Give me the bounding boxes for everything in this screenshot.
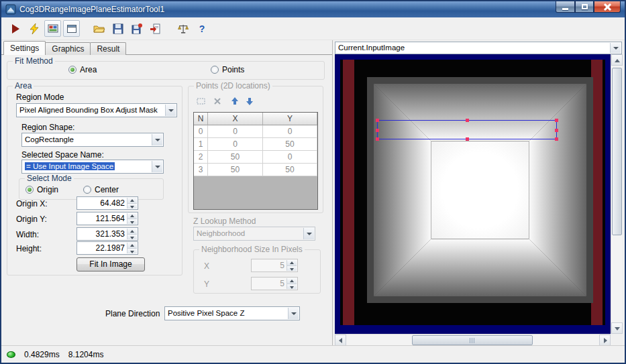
handle-top-mid[interactable] [466, 119, 469, 122]
neighborhood-y-stepper[interactable]: 5 [251, 277, 298, 290]
selected-space-dropdown-button[interactable] [152, 161, 162, 172]
neighborhood-x-spin-buttons[interactable] [286, 260, 297, 271]
spin-up-icon[interactable] [127, 243, 137, 249]
cell-x[interactable]: 0 [208, 125, 263, 138]
spin-down-icon[interactable] [287, 284, 297, 290]
z-lookup-dropdown-button[interactable] [303, 228, 314, 239]
height-stepper[interactable]: 22.1987 [76, 241, 138, 255]
spin-down-icon[interactable] [127, 204, 137, 209]
close-button[interactable] [594, 1, 621, 13]
spin-down-icon[interactable] [127, 235, 137, 240]
help-button[interactable]: ? [193, 20, 210, 37]
cell-y[interactable]: 50 [263, 138, 317, 151]
width-value[interactable]: 321.353 [79, 228, 125, 240]
plane-direction-dropdown-button[interactable] [288, 308, 299, 319]
horizontal-scroll-thumb[interactable] [412, 335, 533, 345]
cell-y[interactable]: 50 [263, 164, 317, 176]
handle-mid-left[interactable] [376, 129, 379, 132]
neighborhood-x-value[interactable]: 5 [253, 259, 284, 271]
width-stepper[interactable]: 321.353 [76, 227, 138, 241]
move-up-button[interactable] [228, 95, 242, 107]
spin-down-icon[interactable] [127, 219, 137, 225]
cell-n[interactable]: 1 [194, 138, 208, 151]
column-header-n[interactable]: N [194, 113, 208, 125]
show-image-button[interactable] [44, 20, 61, 37]
spin-up-icon[interactable] [127, 213, 137, 219]
cell-n[interactable]: 0 [194, 125, 208, 138]
delete-point-button[interactable] [211, 95, 224, 107]
radio-center[interactable]: Center [83, 185, 119, 194]
region-shape-select[interactable]: CogRectangle [21, 133, 164, 147]
region-mode-dropdown-button[interactable] [165, 105, 176, 116]
image-viewport[interactable] [335, 54, 611, 334]
origin-x-value[interactable]: 64.482 [79, 197, 125, 209]
spin-up-icon[interactable] [287, 260, 297, 266]
spin-up-icon[interactable] [287, 278, 297, 284]
cell-n[interactable]: 2 [194, 151, 208, 164]
add-point-button[interactable] [195, 95, 208, 107]
spin-down-icon[interactable] [287, 266, 297, 271]
save-image-button[interactable] [128, 20, 145, 37]
origin-y-stepper[interactable]: 121.564 [76, 212, 138, 225]
handle-top-left[interactable] [376, 119, 379, 122]
vertical-scrollbar[interactable] [611, 54, 622, 334]
float-window-button[interactable] [63, 20, 80, 37]
cell-x[interactable]: 50 [208, 164, 263, 176]
tab-result[interactable]: Result [90, 42, 126, 55]
titlebar[interactable]: Cog3DRangeImagePlaneEstimatorTool1 [1, 1, 625, 17]
height-value[interactable]: 22.1987 [79, 242, 125, 254]
origin-x-spin-buttons[interactable] [127, 198, 137, 208]
handle-bottom-right[interactable] [555, 137, 558, 141]
open-file-button[interactable] [91, 20, 107, 37]
region-selection-rect[interactable] [377, 120, 557, 139]
origin-y-value[interactable]: 121.564 [79, 213, 125, 225]
spin-up-icon[interactable] [127, 198, 137, 204]
table-row[interactable]: 2 50 0 [194, 151, 317, 164]
table-row[interactable]: 0 0 0 [194, 125, 317, 138]
handle-top-right[interactable] [555, 119, 558, 122]
scroll-up-button[interactable] [611, 54, 623, 66]
plane-direction-select[interactable]: Positive Pixel Space Z [164, 306, 300, 320]
height-spin-buttons[interactable] [127, 243, 137, 253]
neighborhood-x-stepper[interactable]: 5 [251, 259, 298, 272]
region-mode-select[interactable]: Pixel Aligned Bounding Box Adjust Mask [16, 103, 177, 117]
minimize-button[interactable] [556, 1, 575, 13]
radio-points[interactable]: Points [211, 65, 244, 74]
column-header-y[interactable]: Y [263, 113, 317, 125]
handle-mid-right[interactable] [555, 129, 558, 132]
column-header-x[interactable]: X [208, 113, 263, 125]
fit-in-image-button[interactable]: Fit In Image [76, 257, 145, 271]
cell-n[interactable]: 3 [194, 164, 208, 176]
cell-x[interactable]: 50 [208, 151, 263, 164]
handle-bottom-mid[interactable] [466, 137, 469, 141]
spin-up-icon[interactable] [127, 229, 137, 235]
table-row[interactable]: 1 0 50 [194, 138, 317, 151]
points-table[interactable]: N X Y 0 0 0 1 0 50 2 [193, 112, 318, 210]
import-button[interactable] [147, 20, 164, 37]
tab-graphics[interactable]: Graphics [45, 42, 91, 55]
cell-y[interactable]: 0 [263, 125, 317, 138]
handle-bottom-left[interactable] [376, 137, 379, 141]
width-spin-buttons[interactable] [127, 229, 137, 239]
spin-down-icon[interactable] [127, 249, 137, 254]
move-down-button[interactable] [243, 95, 256, 107]
maximize-button[interactable] [575, 1, 594, 13]
neighborhood-y-value[interactable]: 5 [253, 278, 284, 290]
origin-x-stepper[interactable]: 64.482 [76, 196, 138, 210]
cell-x[interactable]: 0 [208, 138, 263, 151]
live-run-button[interactable] [25, 20, 42, 37]
vertical-scroll-thumb[interactable] [612, 68, 622, 235]
tab-settings[interactable]: Settings [3, 41, 46, 55]
cell-y[interactable]: 0 [263, 151, 317, 164]
scroll-right-button[interactable] [599, 335, 611, 346]
origin-y-spin-buttons[interactable] [127, 213, 137, 224]
radio-origin[interactable]: Origin [25, 185, 58, 194]
image-source-dropdown-button[interactable] [610, 43, 621, 53]
horizontal-scrollbar[interactable] [335, 334, 611, 345]
region-shape-dropdown-button[interactable] [152, 134, 162, 145]
radio-area[interactable]: Area [68, 65, 97, 74]
table-row[interactable]: 3 50 50 [194, 164, 317, 176]
scroll-left-button[interactable] [335, 335, 346, 346]
selected-space-select[interactable]: = Use Input Image Space [21, 160, 164, 174]
z-lookup-select[interactable]: Neighborhood [193, 227, 315, 241]
